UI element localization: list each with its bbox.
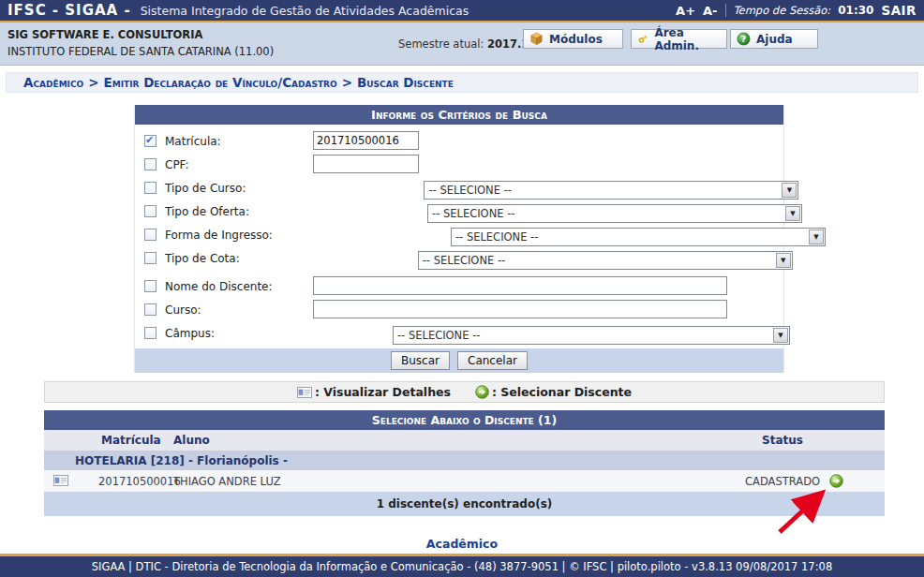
tipo-oferta-checkbox[interactable] <box>144 205 156 217</box>
matricula-label: Matrícula: <box>165 135 221 148</box>
course-group-row: HOTELARIA [218] - Florianópolis - <box>44 451 885 470</box>
admin-area-button-label: Área Admin. <box>654 26 719 52</box>
forma-ingresso-select[interactable]: -- SELECIONE -- ▼ <box>451 228 826 246</box>
legend-visualizar: : Visualizar Detalhes <box>297 385 451 399</box>
chevron-down-icon: ▼ <box>809 229 824 244</box>
field-row-cpf: CPF: <box>135 153 783 176</box>
cube-icon <box>529 32 544 46</box>
legend-selecionar-label: : Selecionar Discente <box>492 385 632 399</box>
legend-visualizar-label: : Visualizar Detalhes <box>315 385 451 399</box>
session-timer-label: Tempo de Sessão: <box>734 4 831 17</box>
field-row-tipo-oferta: Tipo de Oferta: -- SELECIONE -- ▼ <box>135 200 783 223</box>
row-matricula: 201710500016 <box>98 475 181 488</box>
buscar-button[interactable]: Buscar <box>391 351 450 370</box>
field-row-forma-ingresso: Forma de Ingresso: -- SELECIONE -- ▼ <box>135 223 783 246</box>
breadcrumb-separator: > <box>88 75 98 90</box>
help-button[interactable]: ? Ajuda <box>730 29 818 49</box>
cancelar-button[interactable]: Cancelar <box>457 351 528 370</box>
status-badge: CADASTRADO <box>745 475 820 488</box>
help-button-label: Ajuda <box>756 33 793 46</box>
cpf-input[interactable] <box>313 155 419 173</box>
nome-discente-label: Nome do Discente: <box>165 280 273 293</box>
curso-checkbox[interactable] <box>144 303 156 316</box>
matricula-input[interactable] <box>313 131 419 150</box>
search-panel-body: Matrícula: CPF: Tipo de Curso: -- SELECI… <box>135 125 783 348</box>
tipo-cota-checkbox[interactable] <box>144 252 156 264</box>
legend-selecionar: : Selecionar Discente <box>475 385 632 399</box>
campus-select-value: -- SELECIONE -- <box>397 329 481 342</box>
forma-ingresso-label: Forma de Ingresso: <box>165 229 273 242</box>
results-table: Selecione Abaixo o Discente (1) Matrícul… <box>44 410 885 516</box>
campus-label: Câmpus: <box>165 327 215 340</box>
chevron-down-icon: ▼ <box>776 253 791 268</box>
nome-discente-checkbox[interactable] <box>144 280 156 292</box>
logout-button[interactable]: SAIR <box>881 3 917 18</box>
tipo-cota-select-value: -- SELECIONE -- <box>423 254 506 267</box>
matricula-checkbox[interactable] <box>144 135 156 147</box>
tipo-oferta-label: Tipo de Oferta: <box>165 205 249 218</box>
field-row-curso: Curso: <box>135 298 783 321</box>
results-column-headers: Matrícula Aluno Status <box>44 430 885 451</box>
session-timer-value: 01:30 <box>838 4 873 17</box>
field-row-campus: Câmpus: -- SELECIONE -- ▼ <box>135 321 783 345</box>
selecionar-discente-button[interactable] <box>829 474 843 491</box>
modules-button[interactable]: Módulos <box>523 29 623 49</box>
footer-info: SIGAA | DTIC - Diretoria de Tecnologia d… <box>0 556 924 577</box>
top-bar: IFSC - SIGAA - Sistema Integrado de Gest… <box>0 0 924 21</box>
cpf-label: CPF: <box>165 158 189 171</box>
page-footer: SIGAA | DTIC - Diretoria de Tecnologia d… <box>0 554 924 577</box>
campus-select[interactable]: -- SELECIONE -- ▼ <box>393 326 790 345</box>
campus-checkbox[interactable] <box>144 327 156 339</box>
go-arrow-icon <box>475 385 489 399</box>
row-aluno: THIAGO ANDRE LUZ <box>173 475 281 488</box>
subheader-bar: SIG SOFTWARE E. CONSULTORIA INSTITUTO FE… <box>0 22 924 66</box>
table-row[interactable]: 201710500016 THIAGO ANDRE LUZ CADASTRADO <box>44 470 885 492</box>
academico-module-link[interactable]: Acadêmico <box>0 537 924 551</box>
curso-input[interactable] <box>313 300 727 318</box>
admin-area-button[interactable]: Área Admin. <box>631 29 727 49</box>
tipo-cota-label: Tipo de Cota: <box>165 252 240 265</box>
results-table-title: Selecione Abaixo o Discente (1) <box>44 410 885 430</box>
divider <box>725 4 726 17</box>
field-row-matricula: Matrícula: <box>135 129 783 153</box>
nome-discente-input[interactable] <box>313 276 727 295</box>
visualizar-detalhes-button[interactable] <box>53 475 68 489</box>
font-decrease-button[interactable]: A- <box>703 4 717 18</box>
field-row-tipo-cota: Tipo de Cota: -- SELECIONE -- ▼ <box>135 246 783 270</box>
forma-ingresso-select-value: -- SELECIONE -- <box>455 230 539 244</box>
chevron-down-icon: ▼ <box>782 183 797 198</box>
font-increase-button[interactable]: A+ <box>676 4 695 18</box>
field-row-tipo-curso: Tipo de Curso: -- SELECIONE -- ▼ <box>135 176 783 200</box>
breadcrumb-emitir-declaracao[interactable]: Emitir Declaração de Vínculo/Cadastro <box>104 75 337 90</box>
tipo-curso-select[interactable]: -- SELECIONE -- ▼ <box>424 181 798 200</box>
column-aluno: Aluno <box>173 434 210 447</box>
search-criteria-panel: Informe os Critérios de Busca Matrícula:… <box>134 105 784 373</box>
form-actions-bar: Buscar Cancelar <box>135 348 783 373</box>
results-summary: 1 discente(s) encontrado(s) <box>44 492 885 516</box>
chevron-down-icon: ▼ <box>785 206 800 221</box>
brand-logo: IFSC - SIGAA - <box>7 2 131 19</box>
go-arrow-icon <box>829 474 843 488</box>
icon-legend-bar: : Visualizar Detalhes : Selecionar Disce… <box>44 381 885 403</box>
id-card-icon <box>53 475 68 486</box>
tipo-curso-label: Tipo de Curso: <box>165 182 246 195</box>
forma-ingresso-checkbox[interactable] <box>144 229 156 241</box>
id-card-icon <box>297 387 312 398</box>
tipo-cota-select[interactable]: -- SELECIONE -- ▼ <box>418 251 793 270</box>
tipo-curso-select-value: -- SELECIONE -- <box>428 184 512 197</box>
column-matricula: Matrícula <box>101 434 161 447</box>
key-icon <box>637 32 648 46</box>
column-status: Status <box>762 434 803 447</box>
tipo-curso-checkbox[interactable] <box>144 182 156 194</box>
tipo-oferta-select[interactable]: -- SELECIONE -- ▼ <box>427 204 802 223</box>
curso-label: Curso: <box>165 303 201 317</box>
breadcrumb-separator: > <box>342 75 352 90</box>
app-title: Sistema Integrado de Gestão de Atividade… <box>141 4 469 18</box>
breadcrumb: Acadêmico > Emitir Declaração de Vínculo… <box>6 72 918 93</box>
cpf-checkbox[interactable] <box>144 158 156 170</box>
tipo-oferta-select-value: -- SELECIONE -- <box>432 207 515 220</box>
top-bar-right: A+ A- Tempo de Sessão: 01:30 SAIR <box>676 3 917 18</box>
breadcrumb-academico[interactable]: Acadêmico <box>23 75 83 90</box>
breadcrumb-buscar-discente[interactable]: Buscar Discente <box>357 75 454 90</box>
svg-text:?: ? <box>741 34 746 44</box>
